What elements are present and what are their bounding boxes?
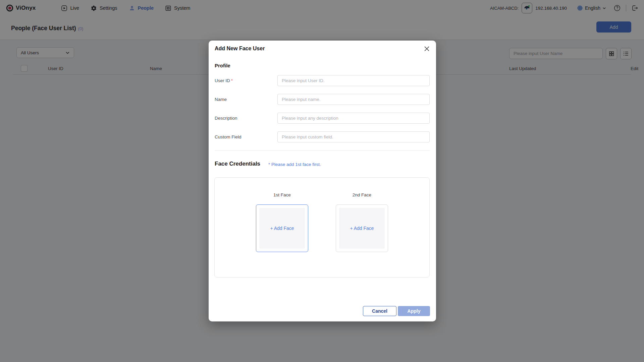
label-text: Custom Field bbox=[215, 134, 241, 139]
add-second-face-button[interactable]: + Add Face bbox=[336, 204, 388, 252]
field-row-description: Description bbox=[215, 113, 430, 124]
field-row-custom-field: Custom Field bbox=[215, 131, 430, 142]
user-id-field[interactable] bbox=[277, 75, 430, 86]
add-first-face-button[interactable]: + Add Face bbox=[256, 204, 308, 252]
add-face-user-modal: Add New Face User Profile User ID* Name … bbox=[209, 41, 436, 321]
profile-section-heading: Profile bbox=[215, 63, 230, 68]
second-face-label: 2nd Face bbox=[336, 192, 388, 197]
user-id-label: User ID* bbox=[215, 75, 233, 86]
modal-footer: Cancel Apply bbox=[209, 306, 436, 316]
custom-field-input[interactable] bbox=[277, 131, 430, 142]
label-text: User ID bbox=[215, 78, 230, 83]
screen: ViOnyx Live bbox=[0, 0, 644, 362]
face-credentials-heading: Face Credentials bbox=[215, 161, 260, 167]
face-credentials-note: * Please add 1st face first. bbox=[268, 162, 321, 167]
close-icon[interactable] bbox=[423, 45, 431, 53]
cancel-button[interactable]: Cancel bbox=[363, 306, 396, 316]
add-face-action: + Add Face bbox=[350, 226, 374, 231]
field-row-user-id: User ID* bbox=[215, 75, 430, 86]
label-text: Name bbox=[215, 97, 227, 102]
apply-button[interactable]: Apply bbox=[398, 306, 430, 316]
description-field[interactable] bbox=[277, 113, 430, 124]
name-field[interactable] bbox=[277, 94, 430, 105]
add-face-action: + Add Face bbox=[270, 226, 294, 231]
face-credentials-panel: 1st Face 2nd Face + Add Face + Add Face bbox=[214, 177, 430, 278]
description-label: Description bbox=[215, 113, 237, 124]
label-text: Description bbox=[215, 116, 237, 121]
name-label: Name bbox=[215, 94, 227, 105]
section-divider bbox=[215, 150, 430, 150]
required-asterisk: * bbox=[231, 78, 233, 83]
modal-title: Add New Face User bbox=[215, 45, 265, 53]
custom-field-label: Custom Field bbox=[215, 131, 241, 142]
first-face-label: 1st Face bbox=[256, 192, 308, 197]
field-row-name: Name bbox=[215, 94, 430, 105]
